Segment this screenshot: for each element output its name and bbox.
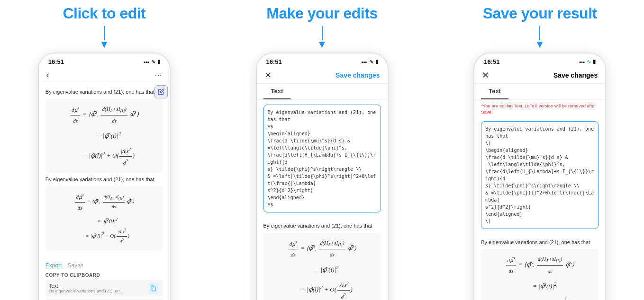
status-bar-2: 16:51 ▪▪▪ ∿ ▮ bbox=[257, 53, 388, 67]
text-editor-3[interactable]: By eigenvalue variations and (21), one h… bbox=[481, 121, 599, 229]
battery-icon-2: ▮ bbox=[375, 59, 378, 65]
back-button-1[interactable]: ‹ bbox=[46, 70, 49, 80]
math-preview-2: By eigenvalue variations and (21), one h… bbox=[257, 217, 388, 300]
math-preview-3: By eigenvalue variations and (21), one h… bbox=[474, 234, 605, 300]
panel-2-title: Make your edits bbox=[266, 5, 377, 22]
panel-3-title: Save your result bbox=[483, 5, 597, 22]
export-tabs-1: Export Saves bbox=[39, 258, 170, 271]
tab-text-3[interactable]: Text bbox=[481, 84, 508, 99]
math-preview-text-2: By eigenvalue variations and (21), one h… bbox=[263, 222, 381, 230]
save-changes-button-2[interactable]: Save changes bbox=[336, 71, 380, 79]
phone-1: 16:51 ▪▪▪ ∿ ▮ ‹ ··· bbox=[38, 53, 171, 300]
saves-tab[interactable]: Saves bbox=[68, 262, 83, 269]
content-3: *You are editing Text. LaTeX version wil… bbox=[474, 100, 605, 300]
time-1: 16:51 bbox=[48, 58, 64, 65]
nav-bar-3: ✕ Save changes bbox=[474, 67, 605, 84]
phone-3: 16:51 ▪▪▪ ∿ ▮ ✕ Save changes Text *Y bbox=[473, 53, 606, 300]
math-section-1: By eigenvalue variations and (21), one h… bbox=[39, 83, 170, 258]
close-button-2[interactable]: ✕ bbox=[264, 70, 272, 80]
copy-label-1: COPY TO CLIPBOARD bbox=[45, 273, 163, 278]
time-3: 16:51 bbox=[484, 58, 499, 65]
panel-1: Click to edit ▼ 16:51 ▪▪▪ ∿ ▮ ‹ ··· bbox=[9, 5, 199, 300]
math-intro-1b: By eigenvalue variations and (21), one h… bbox=[45, 176, 163, 184]
panel-1-title: Click to edit bbox=[63, 5, 145, 22]
tab-text-2[interactable]: Text bbox=[263, 84, 291, 99]
nav-bar-2: ✕ Save changes bbox=[257, 67, 388, 84]
nav-bar-1: ‹ ··· bbox=[39, 67, 170, 83]
formula-block-3: dμ̃sds = ⟨φ̃s, d(HΛ+sI{l})ds φ̃s⟩ = |φ̃s… bbox=[481, 249, 599, 300]
more-button-1[interactable]: ··· bbox=[155, 70, 162, 80]
signal-icon-1: ▪▪▪ bbox=[144, 59, 149, 65]
status-bar-3: 16:51 ▪▪▪ ∿ ▮ bbox=[474, 53, 605, 67]
copy-row-text: Text By eigenvalue variations and (21), … bbox=[45, 280, 163, 297]
copy-text-btn[interactable] bbox=[148, 282, 159, 294]
edit-icon-button[interactable] bbox=[154, 85, 168, 98]
battery-icon-1: ▮ bbox=[157, 59, 160, 65]
status-bar-1: 16:51 ▪▪▪ ∿ ▮ bbox=[39, 53, 170, 67]
status-icons-3: ▪▪▪ ∿ ▮ bbox=[579, 59, 596, 65]
save-changes-button-3[interactable]: Save changes bbox=[553, 71, 598, 79]
phone-2: 16:51 ▪▪▪ ∿ ▮ ✕ Save changes Text bbox=[256, 53, 389, 300]
main-container: Click to edit ▼ 16:51 ▪▪▪ ∿ ▮ ‹ ··· bbox=[0, 0, 644, 300]
formula-block-2: dμ̃sds = ⟨φ̃s, d(HΛ+sI{l})ds φ̃s⟩ = |φ̃s… bbox=[263, 233, 381, 300]
copy-section-1: COPY TO CLIPBOARD Text By eigenvalue var… bbox=[39, 271, 170, 300]
signal-icon-3: ▪▪▪ bbox=[579, 59, 585, 65]
copy-text-sub: By eigenvalue variations and (21), one h… bbox=[49, 289, 125, 293]
battery-icon-3: ▮ bbox=[593, 59, 596, 65]
export-tab[interactable]: Export bbox=[45, 262, 62, 269]
panel-3: Save your result ▼ 16:51 ▪▪▪ ∿ ▮ ✕ Save … bbox=[445, 5, 635, 300]
formula-block-1b: dμ̃sds = ⟨φ̃s, d(HΛ+sI{l})ds φ̃s⟩ = |φ̃s… bbox=[45, 186, 163, 251]
copy-text-label: Text bbox=[49, 283, 125, 289]
editor-content-2: By eigenvalue variations and (21), one h… bbox=[268, 109, 377, 208]
tab-bar-2: Text bbox=[257, 84, 388, 100]
status-icons-2: ▪▪▪ ∿ ▮ bbox=[362, 59, 378, 65]
close-button-3[interactable]: ✕ bbox=[482, 70, 489, 80]
wifi-icon-1: ∿ bbox=[151, 59, 155, 65]
time-2: 16:51 bbox=[266, 58, 282, 65]
editor-content-3: By eigenvalue variations and (21), one h… bbox=[485, 125, 594, 225]
formula-block-1: dμ̃sds = ⟨φ̃s, d(HΛ+sI{l})ds φ̃s⟩ = |φ̃s… bbox=[45, 99, 163, 173]
status-icons-1: ▪▪▪ ∿ ▮ bbox=[144, 59, 160, 65]
signal-icon-2: ▪▪▪ bbox=[362, 59, 367, 65]
tab-bar-3: Text bbox=[474, 84, 605, 100]
math-intro-1: By eigenvalue variations and (21), one h… bbox=[45, 88, 163, 96]
panel-2: Make your edits ▼ 16:51 ▪▪▪ ∿ ▮ ✕ Save c… bbox=[227, 5, 417, 300]
content-2: By eigenvalue variations and (21), one h… bbox=[257, 100, 388, 300]
warning-text-3: *You are editing Text. LaTeX version wil… bbox=[474, 100, 605, 116]
wifi-icon-3: ∿ bbox=[587, 59, 591, 65]
math-preview-text-3: By eigenvalue variations and (21), one h… bbox=[481, 238, 599, 247]
content-1: By eigenvalue variations and (21), one h… bbox=[39, 83, 170, 300]
text-editor-2[interactable]: By eigenvalue variations and (21), one h… bbox=[263, 105, 381, 212]
wifi-icon-2: ∿ bbox=[369, 59, 373, 65]
